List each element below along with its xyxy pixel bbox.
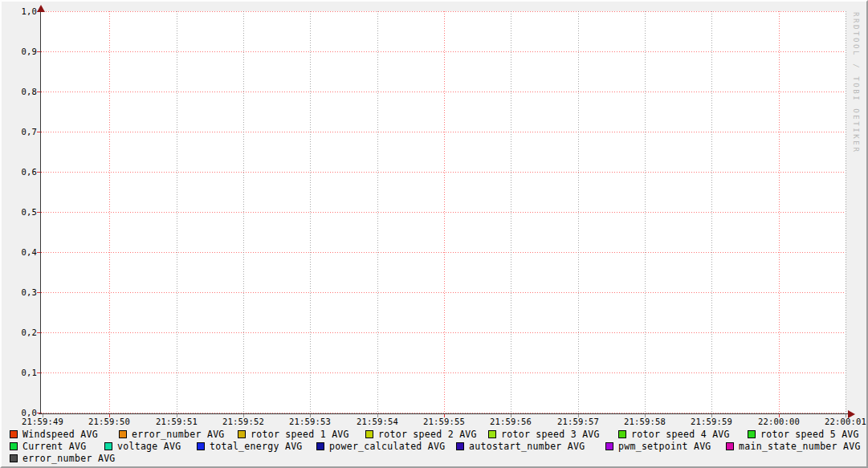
legend-label: rotor speed 5 AVG bbox=[760, 429, 859, 440]
x-axis-label: 21:59:53 bbox=[284, 417, 336, 427]
x-axis-label: 21:59:54 bbox=[352, 417, 403, 427]
gridline-vertical bbox=[243, 11, 244, 414]
y-tick-mark bbox=[37, 172, 42, 173]
gridline-vertical bbox=[377, 11, 378, 414]
x-axis-label: 21:59:51 bbox=[151, 417, 202, 427]
gridline-vertical bbox=[711, 11, 712, 414]
x-axis-label: 21:59:49 bbox=[17, 417, 68, 427]
x-axis-label: 21:59:57 bbox=[552, 417, 604, 427]
y-axis-line bbox=[40, 8, 41, 414]
legend-label: rotor speed 1 AVG bbox=[251, 429, 349, 440]
y-axis-label: 0,2 bbox=[0, 327, 37, 338]
gridline-horizontal bbox=[41, 252, 846, 253]
legend-swatch bbox=[238, 430, 246, 438]
legend-label: rotor speed 3 AVG bbox=[501, 429, 600, 440]
legend-label: voltage AVG bbox=[117, 442, 181, 452]
y-tick-mark bbox=[37, 292, 42, 293]
gridline-horizontal bbox=[41, 212, 846, 213]
legend-swatch bbox=[456, 442, 464, 450]
legend-swatch bbox=[10, 454, 18, 462]
gridline-horizontal bbox=[41, 292, 846, 293]
y-axis-label: 0,1 bbox=[0, 367, 37, 378]
legend-label: error_number AVG bbox=[132, 429, 225, 440]
legend-swatch bbox=[104, 442, 112, 450]
legend-swatch bbox=[10, 430, 18, 438]
gridline-vertical bbox=[645, 11, 646, 414]
gridline-horizontal bbox=[41, 11, 846, 12]
gridline-vertical bbox=[310, 11, 311, 414]
y-axis-label: 0,7 bbox=[0, 126, 37, 137]
gridline-vertical bbox=[444, 11, 445, 414]
legend-swatch bbox=[316, 442, 324, 450]
legend-label: Current AVG bbox=[22, 442, 86, 452]
x-axis-label: 21:59:52 bbox=[218, 417, 269, 427]
gridline-vertical bbox=[578, 11, 579, 414]
watermark: RRDTOOL / TOBI OETIKER bbox=[852, 12, 860, 197]
x-axis-line bbox=[39, 413, 850, 414]
y-axis-label: 0,9 bbox=[0, 46, 37, 57]
legend-label: rotor speed 4 AVG bbox=[631, 429, 730, 440]
y-tick-mark bbox=[37, 212, 42, 213]
legend-label: error_number AVG bbox=[22, 454, 116, 464]
legend-swatch bbox=[365, 430, 373, 438]
legend-swatch bbox=[119, 430, 127, 438]
legend-label: pwm_setpoint AVG bbox=[618, 442, 711, 452]
legend-label: power_calculated AVG bbox=[329, 442, 445, 452]
y-axis-label: 0,4 bbox=[0, 246, 37, 258]
gridline-horizontal bbox=[41, 92, 846, 92]
gridline-horizontal bbox=[41, 372, 846, 373]
y-tick-mark bbox=[37, 132, 42, 132]
legend-label: total_energy AVG bbox=[210, 442, 303, 452]
x-axis-label: 21:59:55 bbox=[418, 417, 470, 427]
legend-swatch bbox=[488, 430, 496, 438]
y-axis-label: 0,3 bbox=[0, 287, 37, 298]
x-axis-label: 21:59:56 bbox=[485, 417, 536, 427]
legend-label: main_state_number AVG bbox=[739, 442, 861, 452]
x-axis-label: 21:59:50 bbox=[84, 417, 135, 427]
gridline-vertical bbox=[177, 11, 177, 414]
gridline-vertical bbox=[779, 11, 780, 414]
legend-swatch bbox=[618, 430, 626, 438]
y-axis-label: 0,8 bbox=[0, 86, 37, 97]
legend-swatch bbox=[197, 442, 205, 450]
rrdtool-graph: 1,00,90,80,70,60,50,40,30,20,10,0 21:59:… bbox=[0, 0, 868, 468]
legend-swatch bbox=[726, 442, 734, 450]
y-axis-label: 0,6 bbox=[0, 166, 37, 177]
legend-swatch bbox=[605, 442, 613, 450]
y-axis-label: 1,0 bbox=[0, 6, 37, 17]
legend-swatch bbox=[10, 442, 18, 450]
gridline-horizontal bbox=[41, 132, 846, 132]
gridline-horizontal bbox=[41, 332, 846, 333]
x-axis-label: 21:59:59 bbox=[686, 417, 737, 427]
y-tick-mark bbox=[37, 372, 42, 373]
legend-label: rotor speed 2 AVG bbox=[378, 429, 477, 440]
gridline-horizontal bbox=[41, 51, 846, 52]
gridline-vertical bbox=[846, 11, 846, 414]
x-axis-label: 21:59:58 bbox=[619, 417, 670, 427]
y-tick-mark bbox=[37, 51, 42, 52]
y-axis-arrow-icon bbox=[37, 5, 45, 12]
gridline-horizontal bbox=[41, 172, 846, 173]
y-tick-mark bbox=[37, 92, 42, 92]
gridline-vertical bbox=[109, 11, 110, 414]
x-axis-label: 22:00:01 bbox=[820, 417, 868, 427]
y-tick-mark bbox=[37, 332, 42, 333]
y-axis-label: 0,5 bbox=[0, 206, 37, 218]
legend-swatch bbox=[748, 430, 756, 438]
y-tick-mark bbox=[37, 252, 42, 253]
legend-label: autostart_number AVG bbox=[469, 442, 585, 452]
legend-label: Windspeed AVG bbox=[22, 429, 98, 440]
gridline-vertical bbox=[511, 11, 511, 414]
x-axis-label: 22:00:00 bbox=[753, 417, 805, 427]
